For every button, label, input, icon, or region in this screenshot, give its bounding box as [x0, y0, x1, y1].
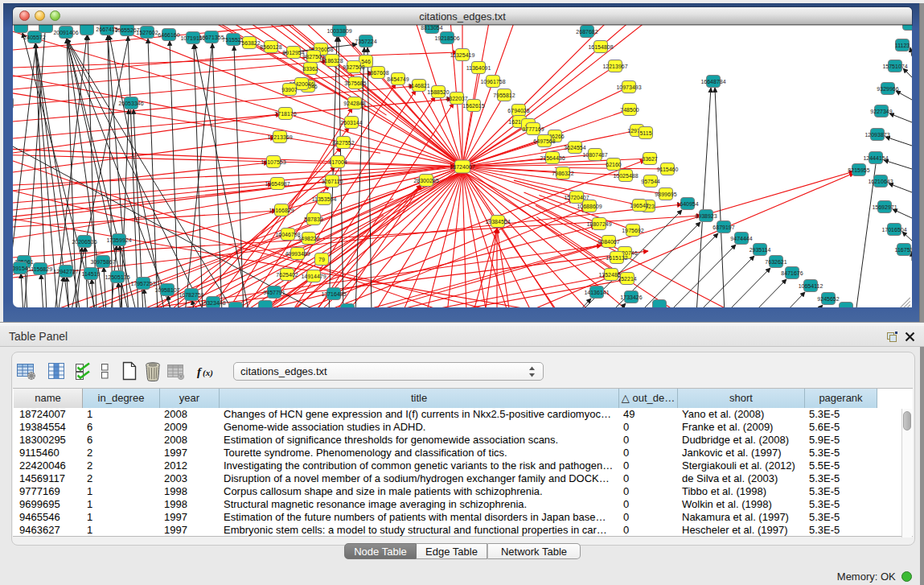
svg-text:8454749: 8454749	[387, 76, 409, 82]
svg-text:1733426: 1733426	[620, 295, 642, 300]
svg-text:9457791: 9457791	[263, 290, 285, 295]
svg-text:8560128: 8560128	[260, 44, 281, 50]
svg-text:12213967: 12213967	[602, 64, 627, 69]
svg-text:1588520: 1588520	[427, 89, 449, 95]
svg-text:417004: 417004	[328, 159, 347, 165]
svg-text:16210643: 16210643	[868, 179, 893, 184]
svg-text:9115460: 9115460	[657, 167, 679, 172]
svg-text:30975867: 30975867	[90, 259, 115, 265]
svg-text:13716485: 13716485	[321, 291, 346, 297]
svg-text:114519: 114519	[82, 271, 101, 277]
svg-text:9827503: 9827503	[302, 54, 324, 60]
svg-text:(x): (x)	[203, 368, 213, 378]
svg-text:7625402: 7625402	[276, 272, 298, 278]
svg-text:9329966: 9329966	[877, 86, 898, 92]
svg-text:9245652: 9245652	[817, 296, 839, 302]
svg-text:16046798: 16046798	[275, 232, 300, 237]
svg-text:12505135: 12505135	[105, 274, 129, 280]
svg-text:16107553: 16107553	[261, 159, 285, 165]
svg-text:957544: 957544	[641, 179, 659, 184]
svg-text:18724007: 18724007	[450, 164, 474, 170]
svg-text:11364091: 11364091	[466, 65, 491, 71]
svg-text:17359924: 17359924	[106, 237, 131, 243]
svg-text:16648784: 16648784	[700, 79, 725, 84]
svg-text:116753: 116753	[895, 247, 912, 253]
svg-text:17016504: 17016504	[881, 227, 906, 233]
svg-text:9327508: 9327508	[343, 64, 364, 70]
svg-text:8427552: 8427552	[332, 140, 354, 146]
svg-text:2867608: 2867608	[367, 70, 388, 76]
svg-text:19166829: 19166829	[269, 208, 294, 213]
svg-text:6466160: 6466160	[158, 32, 179, 38]
svg-text:252214: 252214	[618, 276, 636, 282]
svg-text:11156829: 11156829	[28, 266, 52, 272]
svg-text:6879197: 6879197	[713, 225, 734, 230]
svg-text:3267110: 3267110	[322, 179, 343, 184]
svg-text:10958107: 10958107	[154, 287, 179, 293]
svg-text:12942737: 12942737	[53, 269, 78, 274]
svg-text:5115: 5115	[639, 130, 651, 136]
svg-text:12213369: 12213369	[267, 134, 292, 140]
svg-text:9146821: 9146821	[408, 83, 429, 89]
svg-text:40993489: 40993489	[285, 251, 310, 257]
svg-text:10688609: 10688609	[577, 204, 602, 209]
svg-text:10807487: 10807487	[582, 152, 607, 158]
svg-text:2405572: 2405572	[23, 35, 45, 40]
svg-text:10671355: 10671355	[199, 35, 224, 40]
svg-text:8322037: 8322037	[446, 96, 467, 101]
svg-text:11353594: 11353594	[312, 196, 337, 202]
svg-text:93907: 93907	[281, 87, 298, 93]
svg-text:587833: 587833	[304, 216, 322, 222]
svg-text:15692971: 15692971	[872, 204, 897, 210]
svg-text:17957253: 17957253	[130, 281, 155, 286]
svg-text:79: 79	[318, 257, 325, 262]
svg-text:748500: 748500	[620, 107, 639, 113]
svg-text:21564436: 21564436	[540, 155, 565, 161]
svg-text:9084067: 9084067	[598, 239, 619, 245]
svg-text:11123: 11123	[895, 43, 910, 48]
svg-text:1615132: 1615132	[606, 255, 627, 261]
svg-text:8938923: 8938923	[695, 213, 717, 219]
svg-text:9474444: 9474444	[730, 236, 752, 241]
svg-text:6497568: 6497568	[533, 138, 555, 144]
svg-text:2603144: 2603144	[340, 120, 362, 126]
svg-text:8471676: 8471676	[781, 270, 803, 276]
svg-text:f: f	[197, 365, 203, 378]
svg-text:19218506: 19218506	[434, 35, 459, 41]
svg-text:12444154: 12444154	[863, 155, 888, 161]
svg-text:20091406: 20091406	[53, 30, 78, 35]
svg-text:3498222: 3498222	[298, 236, 319, 241]
svg-text:7563822: 7563822	[238, 40, 260, 46]
svg-text:11325419: 11325419	[450, 52, 475, 58]
svg-text:39154: 39154	[13, 266, 28, 271]
svg-text:3624554: 3624554	[564, 145, 585, 150]
svg-text:1527602: 1527602	[136, 30, 158, 35]
svg-text:15720407: 15720407	[564, 195, 589, 200]
svg-text:546: 546	[361, 59, 371, 64]
svg-text:196547: 196547	[630, 203, 648, 208]
svg-text:8912954: 8912954	[282, 50, 304, 56]
svg-text:6794028: 6794028	[507, 108, 529, 113]
svg-text:20206536: 20206536	[72, 239, 97, 245]
svg-text:1975692: 1975692	[622, 228, 643, 233]
svg-text:19384554: 19384554	[485, 219, 510, 225]
svg-text:10961758: 10961758	[480, 79, 505, 84]
svg-text:9227349: 9227349	[870, 109, 892, 114]
svg-text:2935114: 2935114	[749, 247, 771, 253]
svg-text:19323448: 19323448	[200, 300, 225, 306]
svg-text:14914479: 14914479	[301, 274, 326, 279]
svg-text:33627: 33627	[642, 156, 658, 162]
svg-text:16782759: 16782759	[179, 292, 203, 298]
svg-text:83362: 83362	[302, 66, 318, 72]
svg-text:12093873: 12093873	[864, 132, 889, 138]
svg-text:7986322: 7986322	[552, 171, 573, 176]
svg-text:1562615: 1562615	[462, 103, 484, 109]
svg-text:10033809: 10033809	[326, 28, 351, 34]
svg-text:10025488: 10025488	[613, 173, 638, 179]
svg-text:62160: 62160	[606, 162, 622, 167]
svg-text:2718176: 2718176	[274, 111, 296, 117]
svg-text:10973493: 10973493	[616, 84, 641, 90]
svg-text:19654987: 19654987	[265, 181, 290, 187]
svg-text:7955812: 7955812	[493, 93, 515, 98]
svg-text:7632621: 7632621	[765, 259, 786, 265]
